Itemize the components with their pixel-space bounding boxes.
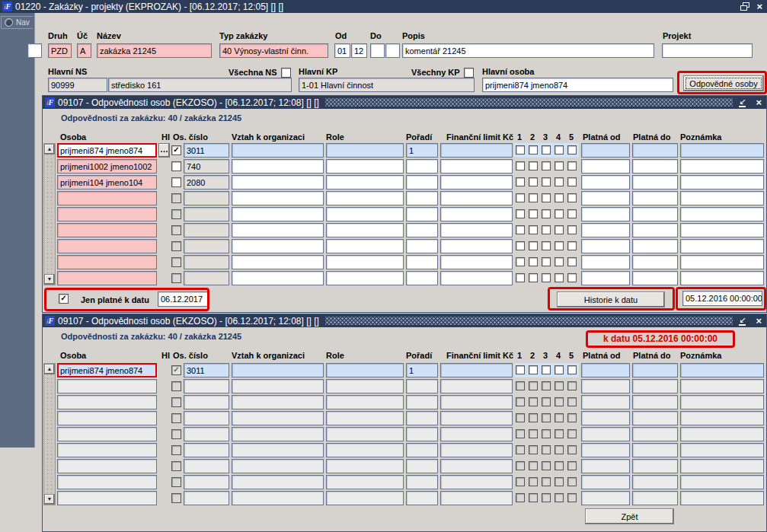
flag-checkbox-3[interactable]: [542, 209, 551, 218]
platna-od-field[interactable]: [581, 271, 630, 285]
flag-checkbox-4[interactable]: [554, 145, 564, 155]
poradi-field[interactable]: [406, 207, 438, 221]
flag-checkbox-2[interactable]: [529, 145, 538, 155]
flag-checkbox-4[interactable]: [554, 225, 564, 234]
os-cislo-field[interactable]: 740: [184, 159, 229, 174]
poznamka-field[interactable]: [680, 223, 764, 237]
close-window-icon[interactable]: ×: [756, 316, 762, 326]
collapse-window-icon[interactable]: ↙: [739, 316, 746, 326]
osoba-field[interactable]: prijmeni874 jmeno874: [57, 143, 157, 158]
poradi-field[interactable]: [406, 239, 438, 253]
flag-checkbox-5[interactable]: [567, 193, 577, 202]
flag-checkbox-3[interactable]: [542, 193, 551, 202]
platna-od-field[interactable]: [581, 255, 630, 269]
flag-checkbox-1[interactable]: [516, 209, 525, 218]
poradi-field[interactable]: [406, 159, 438, 174]
os-cislo-field[interactable]: 2080: [184, 175, 229, 190]
poradi-field[interactable]: [406, 271, 438, 285]
hl-checkbox[interactable]: [171, 177, 181, 187]
poznamka-field[interactable]: [680, 207, 764, 221]
scroll-down-button[interactable]: ▼: [44, 274, 55, 285]
nav-tab[interactable]: Nav: [1, 16, 33, 29]
typ-zakazky-field[interactable]: 40 Výnosy-vlastní činn.: [219, 43, 328, 58]
popis-field[interactable]: komentář 21245: [402, 43, 654, 58]
zpet-button[interactable]: Zpět: [585, 508, 674, 524]
collapse-window-icon[interactable]: ↙: [739, 97, 746, 107]
fin-limit-field[interactable]: [440, 191, 513, 205]
platna-do-field[interactable]: [632, 175, 678, 190]
flag-checkbox-5[interactable]: [567, 161, 577, 170]
poznamka-field[interactable]: [680, 191, 764, 205]
hl-checkbox[interactable]: [171, 257, 181, 267]
flag-checkbox-4[interactable]: [554, 257, 564, 266]
os-cislo-field[interactable]: [184, 191, 229, 205]
os-cislo-field[interactable]: [184, 271, 229, 285]
flag-checkbox-1[interactable]: [516, 273, 525, 282]
platna-od-field[interactable]: [581, 159, 630, 174]
flag-checkbox-1[interactable]: [516, 257, 525, 266]
platna-do-field[interactable]: [632, 239, 678, 253]
platna-do-field[interactable]: [632, 271, 678, 285]
flag-checkbox-3[interactable]: [542, 145, 551, 155]
historie-k-datu-button[interactable]: Historie k datu: [557, 291, 665, 307]
flag-checkbox-4[interactable]: [554, 209, 564, 218]
flag-checkbox-2[interactable]: [529, 209, 538, 218]
flag-checkbox-3[interactable]: [542, 241, 551, 250]
poznamka-field[interactable]: [680, 175, 764, 190]
osoba-field[interactable]: [57, 223, 157, 237]
flag-checkbox-5[interactable]: [567, 177, 577, 186]
table-scrollbar[interactable]: ▲ ▼: [43, 143, 56, 285]
flag-checkbox-1[interactable]: [516, 145, 525, 155]
flag-checkbox-3[interactable]: [542, 177, 551, 186]
role-field[interactable]: [326, 175, 404, 190]
platna-od-field[interactable]: [581, 191, 630, 205]
role-field[interactable]: [326, 159, 404, 174]
os-cislo-field[interactable]: [184, 239, 229, 253]
poznamka-field[interactable]: [680, 271, 764, 285]
fin-limit-field[interactable]: [440, 175, 513, 190]
vztah-field[interactable]: [232, 143, 324, 158]
scroll-down-button[interactable]: ▼: [44, 494, 55, 505]
flag-checkbox-4[interactable]: [554, 273, 564, 282]
poradi-field[interactable]: [406, 191, 438, 205]
odpovedne-osoby-button[interactable]: Odpovědné osoby: [683, 75, 764, 91]
close-window-icon[interactable]: ×: [756, 2, 762, 11]
scroll-up-button[interactable]: ▲: [44, 364, 55, 374]
od-month-field[interactable]: 01: [334, 43, 350, 58]
os-cislo-field[interactable]: [184, 207, 229, 221]
flag-checkbox-4[interactable]: [554, 193, 564, 202]
hl-checkbox[interactable]: [171, 225, 181, 235]
flag-checkbox-1[interactable]: [516, 161, 525, 170]
flag-checkbox-5[interactable]: [567, 273, 577, 282]
table-scrollbar[interactable]: ▲ ▼: [43, 363, 56, 505]
vztah-field[interactable]: [232, 191, 324, 205]
flag-checkbox-5[interactable]: [567, 257, 577, 266]
flag-checkbox-5[interactable]: [567, 225, 577, 234]
os-cislo-field[interactable]: 3011: [184, 143, 229, 158]
poradi-field[interactable]: 1: [406, 143, 438, 158]
osoba-field[interactable]: prijmeni104 jmeno104: [57, 175, 157, 190]
hl-checkbox[interactable]: ✓: [171, 145, 181, 155]
fin-limit-field[interactable]: [440, 143, 513, 158]
od-month2-field[interactable]: 12: [351, 43, 367, 58]
poradi-field[interactable]: [406, 255, 438, 269]
flag-checkbox-3[interactable]: [542, 273, 551, 282]
role-field[interactable]: [326, 223, 404, 237]
hl-checkbox[interactable]: [171, 273, 181, 283]
flag-checkbox-2[interactable]: [529, 241, 538, 250]
osoba-field[interactable]: prijmeni1002 jmeno1002: [57, 159, 157, 174]
fin-limit-field[interactable]: [440, 255, 513, 269]
platna-do-field[interactable]: [632, 143, 678, 158]
hl-checkbox[interactable]: [171, 161, 181, 171]
vztah-field[interactable]: [232, 271, 324, 285]
osoba-field[interactable]: [57, 271, 157, 285]
flag-checkbox-3[interactable]: [542, 161, 551, 170]
flag-checkbox-1[interactable]: [516, 241, 525, 250]
fin-limit-field[interactable]: [440, 239, 513, 253]
flag-checkbox-2[interactable]: [529, 161, 538, 170]
flag-checkbox-2[interactable]: [529, 177, 538, 186]
fin-limit-field[interactable]: [440, 223, 513, 237]
vztah-field[interactable]: [232, 223, 324, 237]
os-cislo-field[interactable]: [184, 223, 229, 237]
platna-do-field[interactable]: [632, 255, 678, 269]
